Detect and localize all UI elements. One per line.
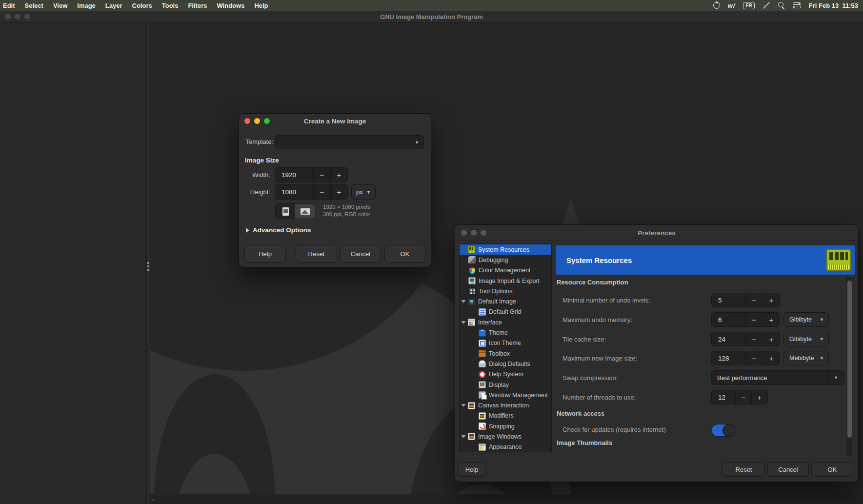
sidebar-item-canvas-interaction[interactable]: Canvas Interaction bbox=[460, 400, 551, 410]
sidebar-item-default-image[interactable]: Default Image bbox=[460, 296, 551, 306]
height-decrement-button[interactable]: − bbox=[313, 185, 330, 199]
decrement-button[interactable]: − bbox=[745, 293, 763, 307]
canvas-bottom-bar bbox=[150, 494, 863, 504]
tile-cache-value[interactable]: 24 bbox=[712, 332, 745, 346]
power-ring-icon[interactable] bbox=[713, 2, 720, 9]
menu-tools[interactable]: Tools bbox=[157, 0, 183, 11]
sidebar-item-display[interactable]: Display bbox=[460, 380, 551, 390]
section-network-access: Network access bbox=[557, 410, 604, 417]
height-increment-button[interactable]: + bbox=[330, 185, 347, 199]
pen-slash-icon[interactable] bbox=[763, 1, 770, 9]
scrollbar-track[interactable] bbox=[846, 277, 852, 456]
menu-image[interactable]: Image bbox=[72, 0, 100, 11]
ok-button[interactable]: OK bbox=[811, 462, 853, 477]
ok-button[interactable]: OK bbox=[384, 245, 425, 262]
expander-icon[interactable] bbox=[461, 435, 466, 438]
menu-colors[interactable]: Colors bbox=[127, 0, 157, 11]
height-value[interactable]: 1080 bbox=[275, 185, 313, 199]
color-wheel-icon bbox=[468, 267, 476, 274]
decrement-button[interactable]: − bbox=[745, 332, 763, 346]
check-updates-toggle[interactable] bbox=[711, 424, 735, 437]
menu-select[interactable]: Select bbox=[20, 0, 48, 11]
sidebar-item-dialog-defaults[interactable]: Dialog Defaults bbox=[460, 359, 551, 369]
canvas-corner-button[interactable] bbox=[152, 498, 155, 502]
increment-button[interactable]: + bbox=[763, 293, 780, 307]
expander-icon[interactable] bbox=[461, 321, 466, 324]
search-icon[interactable] bbox=[778, 2, 785, 9]
increment-button[interactable]: + bbox=[763, 313, 780, 326]
threads-stepper: 12 − + bbox=[711, 390, 768, 404]
dialog-defaults-icon bbox=[479, 360, 486, 367]
sidebar-item-toolbox[interactable]: Toolbox bbox=[460, 348, 551, 359]
sidebar-item-interface[interactable]: Interface bbox=[460, 317, 551, 327]
ram-chip-icon bbox=[468, 246, 475, 253]
gimp-window-title: GNU Image Manipulation Program bbox=[0, 13, 863, 20]
width-value[interactable]: 1920 bbox=[275, 168, 313, 182]
sidebar-item-theme[interactable]: Theme bbox=[460, 327, 551, 338]
sidebar-item-appearance[interactable]: Appearance bbox=[460, 442, 551, 452]
decrement-button[interactable]: − bbox=[745, 351, 763, 365]
width-decrement-button[interactable]: − bbox=[313, 168, 330, 182]
reset-button[interactable]: Reset bbox=[723, 462, 765, 477]
menu-view[interactable]: View bbox=[48, 0, 72, 11]
sidebar-item-help-system[interactable]: Help System bbox=[460, 369, 551, 380]
menu-items: Edit Select View Image Layer Colors Tool… bbox=[0, 0, 273, 11]
undo-memory-unit-dropdown[interactable]: Gibibyte ▼ bbox=[783, 312, 829, 327]
sidebar-item-image-windows[interactable]: Image Windows bbox=[460, 431, 551, 442]
advanced-options-expander[interactable]: Advanced Options bbox=[246, 226, 311, 234]
sidebar-item-debugging[interactable]: Debugging bbox=[460, 255, 551, 265]
increment-button[interactable]: + bbox=[751, 390, 767, 404]
max-image-size-value[interactable]: 128 bbox=[712, 351, 745, 365]
menu-windows[interactable]: Windows bbox=[212, 0, 249, 11]
sidebar-item-default-grid[interactable]: Default Grid bbox=[460, 307, 551, 317]
increment-button[interactable]: + bbox=[763, 332, 780, 346]
increment-button[interactable]: + bbox=[763, 351, 780, 365]
swap-compression-value: Best performance bbox=[712, 374, 827, 382]
help-button[interactable]: Help bbox=[458, 462, 485, 477]
sidebar-item-tool-options[interactable]: Tool Options bbox=[460, 286, 551, 296]
decrement-button[interactable]: − bbox=[745, 313, 763, 326]
dialog-title: Create a New Image bbox=[239, 118, 431, 125]
expander-icon[interactable] bbox=[461, 404, 466, 407]
chevron-down-icon: ▼ bbox=[366, 190, 375, 195]
chevron-down-icon: ▼ bbox=[827, 371, 844, 384]
unit-dropdown[interactable]: px ▼ bbox=[351, 184, 376, 200]
undo-memory-value[interactable]: 6 bbox=[712, 313, 745, 326]
scrollbar-thumb[interactable] bbox=[847, 281, 852, 438]
control-center-icon[interactable] bbox=[793, 2, 801, 8]
menu-edit[interactable]: Edit bbox=[0, 0, 20, 11]
sidebar-item-modifiers[interactable]: Modifiers bbox=[460, 411, 551, 421]
menubar-clock[interactable]: Fri Feb 13 11:53 bbox=[809, 2, 858, 9]
wacom-logo[interactable]: w/ bbox=[728, 2, 736, 9]
sidebar-item-icon-theme[interactable]: Icon Theme bbox=[460, 338, 551, 348]
input-source-badge[interactable]: FR bbox=[743, 2, 754, 9]
portrait-orientation-button[interactable] bbox=[276, 204, 295, 219]
expander-icon[interactable] bbox=[461, 300, 466, 303]
max-image-size-unit-dropdown[interactable]: Mebibyte ▼ bbox=[783, 351, 829, 365]
sidebar-item-window-management[interactable]: Window Management bbox=[460, 390, 551, 400]
width-increment-button[interactable]: + bbox=[330, 168, 347, 182]
sidebar-item-image-import-export[interactable]: Image Import & Export bbox=[460, 276, 551, 286]
menu-filters[interactable]: Filters bbox=[183, 0, 212, 11]
reset-button[interactable]: Reset bbox=[296, 245, 337, 262]
help-button[interactable]: Help bbox=[244, 245, 286, 262]
swap-compression-dropdown[interactable]: Best performance ▼ bbox=[711, 370, 844, 385]
template-dropdown[interactable]: ▼ bbox=[275, 135, 424, 149]
sidebar-item-system-resources[interactable]: System Resources bbox=[460, 244, 551, 255]
cancel-button[interactable]: Cancel bbox=[340, 245, 381, 262]
menu-layer[interactable]: Layer bbox=[100, 0, 127, 11]
decrement-button[interactable]: − bbox=[735, 390, 751, 404]
menu-help[interactable]: Help bbox=[249, 0, 273, 11]
debug-icon bbox=[468, 256, 476, 263]
divider-grip-icon[interactable] bbox=[147, 262, 149, 271]
page-title: System Resources bbox=[566, 256, 632, 264]
landscape-orientation-button[interactable] bbox=[295, 204, 315, 219]
undo-levels-value[interactable]: 5 bbox=[712, 293, 745, 307]
sidebar-item-snapping[interactable]: Snapping bbox=[460, 421, 551, 431]
threads-value[interactable]: 12 bbox=[712, 390, 735, 404]
grid-icon bbox=[479, 308, 486, 316]
sidebar-item-color-management[interactable]: Color Management bbox=[460, 265, 551, 276]
cancel-button[interactable]: Cancel bbox=[767, 462, 809, 477]
tile-cache-unit-dropdown[interactable]: Gibibyte ▼ bbox=[783, 332, 829, 346]
unit-value: Gibibyte bbox=[784, 336, 820, 343]
